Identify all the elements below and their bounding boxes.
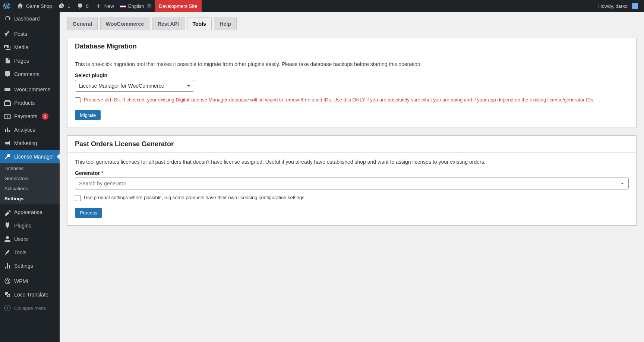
admin-sidebar: Dashboard Posts Media Pages Comments Woo…	[0, 12, 60, 241]
migration-title: Database Migration	[75, 43, 629, 50]
payments-icon: $	[4, 113, 11, 120]
language-label: English	[128, 3, 144, 9]
license-manager-submenu: Licenses Generators Activations Settings	[0, 163, 60, 204]
avatar-icon	[632, 3, 638, 9]
new-content[interactable]: New	[92, 0, 117, 12]
comments-count: 0	[86, 3, 89, 9]
menu-label: Plugins	[14, 223, 31, 229]
users-icon	[4, 235, 11, 241]
products-icon	[4, 99, 11, 107]
key-icon	[4, 153, 11, 160]
menu-label: Media	[14, 44, 28, 50]
media-icon	[4, 44, 11, 51]
menu-label: Posts	[14, 31, 27, 37]
menu-media[interactable]: Media	[0, 41, 60, 54]
site-name-text: Game Shop	[26, 3, 52, 9]
uk-flag-icon	[120, 4, 126, 8]
tab-tools[interactable]: Tools	[187, 18, 212, 30]
language-switcher[interactable]: English ?	[117, 0, 155, 12]
menu-dashboard[interactable]: Dashboard	[0, 12, 60, 25]
menu-label: Products	[14, 100, 35, 106]
menu-label: Marketing	[14, 140, 37, 146]
generator-description: This tool generates licenses for all pas…	[75, 159, 629, 165]
updates-count: 1	[67, 3, 70, 9]
dev-site-indicator[interactable]: Development Site	[155, 0, 202, 12]
tab-woocommerce[interactable]: WooCommerce	[100, 18, 149, 30]
howdy-text: Howdy, darko	[598, 3, 628, 9]
menu-users[interactable]: Users	[0, 232, 60, 241]
preserve-ids-checkbox[interactable]	[75, 97, 81, 103]
menu-plugins[interactable]: Plugins	[0, 219, 60, 232]
menu-pages[interactable]: Pages	[0, 54, 60, 68]
site-name[interactable]: Game Shop	[13, 0, 55, 12]
menu-license-manager[interactable]: License Manager	[0, 150, 60, 163]
menu-comments[interactable]: Comments	[0, 68, 60, 81]
plugin-icon	[4, 222, 11, 229]
submenu-generators[interactable]: Generators	[0, 173, 60, 183]
submenu-activations[interactable]: Activations	[0, 183, 60, 194]
megaphone-icon	[4, 139, 11, 147]
generator-combobox[interactable]: Search by generator	[75, 178, 629, 189]
database-migration-card: Database Migration This is one-click mig…	[67, 38, 637, 128]
wp-logo[interactable]	[0, 0, 13, 12]
wordpress-icon	[3, 2, 10, 10]
new-label: New	[104, 3, 114, 9]
submenu-licenses[interactable]: Licenses	[0, 163, 60, 173]
main-content: General WooCommerce Rest API Tools Help …	[60, 12, 644, 241]
required-asterisk: *	[101, 170, 103, 176]
menu-products[interactable]: Products	[0, 96, 60, 110]
settings-tabs: General WooCommerce Rest API Tools Help	[67, 16, 637, 30]
use-product-label[interactable]: Use product settings where possible, e.g…	[84, 195, 306, 200]
comment-icon	[4, 70, 11, 78]
menu-label: License Manager	[14, 154, 54, 160]
analytics-icon	[4, 126, 11, 134]
home-icon	[16, 2, 24, 10]
help-icon: ?	[146, 3, 152, 9]
svg-rect-0	[4, 88, 10, 91]
card-header: Past Orders License Generator	[67, 136, 636, 153]
woocommerce-icon	[4, 86, 11, 93]
tab-general[interactable]: General	[67, 18, 98, 30]
dashboard-icon	[4, 15, 11, 22]
menu-label: Analytics	[14, 127, 35, 133]
updates[interactable]: 1	[55, 0, 73, 12]
preserve-ids-label[interactable]: Preserve old IDs. If checked, your exist…	[84, 97, 594, 103]
card-header: Database Migration	[67, 38, 636, 55]
appearance-icon	[4, 208, 11, 216]
process-button[interactable]: Process	[75, 208, 102, 218]
admin-bar: Game Shop 1 0 New English ? Development …	[0, 0, 644, 12]
account-menu[interactable]: Howdy, darko	[595, 0, 641, 12]
tab-rest-api[interactable]: Rest API	[152, 18, 184, 30]
menu-label: Appearance	[14, 209, 42, 215]
menu-appearance[interactable]: Appearance	[0, 205, 60, 219]
submenu-settings[interactable]: Settings	[0, 194, 60, 204]
menu-posts[interactable]: Posts	[0, 27, 60, 41]
pin-icon	[4, 30, 11, 38]
dev-site-label: Development Site	[159, 3, 198, 9]
update-icon	[58, 2, 65, 10]
select-plugin-label: Select plugin	[75, 72, 629, 78]
tab-help[interactable]: Help	[214, 18, 236, 30]
menu-label: Users	[14, 236, 28, 241]
menu-label: Dashboard	[14, 16, 40, 22]
generator-title: Past Orders License Generator	[75, 140, 629, 148]
migrate-button[interactable]: Migrate	[75, 110, 101, 120]
select-plugin-dropdown[interactable]: License Manager for WooCommerce	[75, 80, 194, 92]
menu-label: Payments	[14, 113, 37, 119]
migration-description: This is one-click migration tool that ma…	[75, 61, 629, 67]
page-icon	[4, 57, 11, 65]
use-product-checkbox[interactable]	[75, 195, 81, 201]
menu-label: Comments	[14, 71, 40, 77]
menu-payments[interactable]: $ Payments 1	[0, 110, 60, 123]
menu-label: WooCommerce	[14, 87, 50, 92]
menu-woocommerce[interactable]: WooCommerce	[0, 83, 60, 96]
comments[interactable]: 0	[73, 0, 92, 12]
plus-icon	[95, 2, 102, 10]
svg-text:$: $	[7, 115, 9, 118]
past-orders-generator-card: Past Orders License Generator This tool …	[67, 135, 637, 226]
menu-label: Pages	[14, 58, 29, 64]
menu-marketing[interactable]: Marketing	[0, 137, 60, 150]
generator-placeholder: Search by generator	[79, 181, 126, 186]
menu-analytics[interactable]: Analytics	[0, 123, 60, 137]
payments-count-badge: 1	[42, 113, 48, 120]
